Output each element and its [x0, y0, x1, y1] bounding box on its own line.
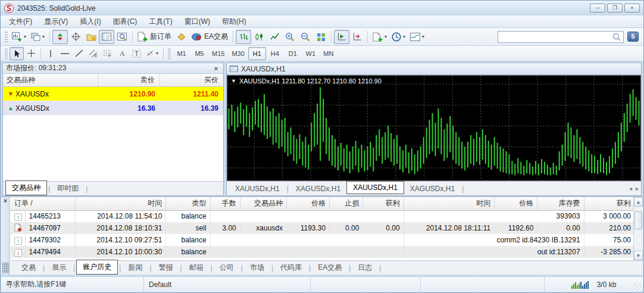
chart-tab[interactable]: XAUUSDx,H1	[346, 181, 404, 194]
close-icon[interactable]: ×	[4, 198, 7, 204]
timeframe-m15[interactable]: M15	[208, 47, 228, 60]
terminal-tab[interactable]: 邮箱	[183, 261, 210, 274]
line-chart-style-button[interactable]	[267, 30, 282, 44]
chart-canvas[interactable]: ▼ XAUUSDx,H1 1211.80 1212.70 1210.80 121…	[227, 75, 641, 181]
cursor-button[interactable]	[10, 47, 24, 60]
equidistant-channel-button[interactable]: E	[86, 47, 101, 60]
timeframe-h1[interactable]: H1	[248, 47, 266, 60]
chart-tab[interactable]: XAGUSDx,H1	[404, 183, 461, 194]
close-button[interactable]: ×	[624, 4, 640, 13]
column-header-0[interactable]: 订单 /	[11, 197, 75, 210]
terminal-tab[interactable]: EA交易	[312, 261, 348, 274]
menu-item[interactable]: 窗口(W)	[179, 15, 216, 28]
zoom-in-button[interactable]	[282, 30, 298, 44]
timeframe-m1[interactable]: M1	[173, 47, 190, 60]
navigator-button[interactable]	[83, 30, 99, 44]
menu-item[interactable]: 文件(F)	[3, 15, 38, 28]
market-watch-tab[interactable]: 即时图	[51, 182, 85, 195]
notification-badge[interactable]: 5	[627, 32, 639, 42]
terminal-tab[interactable]: 交易	[15, 261, 42, 274]
horizontal-line-button[interactable]	[58, 47, 72, 60]
terminal-tab[interactable]: 市场	[244, 261, 270, 274]
market-watch-row[interactable]: ▼XAUUSDx1210.901211.40	[3, 87, 223, 101]
column-header-10[interactable]: 库存费	[537, 197, 584, 210]
column-header-1[interactable]: 时间	[75, 197, 166, 210]
chart-shift-button[interactable]	[349, 30, 365, 44]
column-header-6[interactable]: 止损	[330, 197, 363, 210]
crosshair-mode-button[interactable]	[24, 47, 38, 60]
auto-scroll-button[interactable]	[334, 30, 349, 44]
text-label-button[interactable]: T	[129, 47, 143, 60]
table-row[interactable]: ↑144652132014.12.08 11:54:10balance39390…	[11, 210, 635, 222]
resize-grip[interactable]	[634, 283, 642, 291]
ea-trading-button[interactable]: EA交易	[189, 30, 230, 44]
terminal-tab[interactable]: 代码库	[274, 261, 308, 274]
strategy-tester-button[interactable]	[114, 30, 130, 44]
market-watch-tab[interactable]: 交易品种	[5, 180, 47, 195]
search-icon[interactable]	[612, 32, 621, 42]
profiles-button[interactable]: ▾	[29, 30, 47, 44]
timeframe-d1[interactable]: D1	[284, 47, 302, 60]
column-header-11[interactable]: 获利	[584, 197, 634, 210]
chart-tab[interactable]: XAUUSDx,H1	[229, 183, 286, 194]
menu-item[interactable]: 工具(T)	[143, 15, 178, 28]
terminal-tab[interactable]: 日志	[352, 261, 378, 274]
market-watch-toggle[interactable]	[52, 30, 68, 44]
candlestick-style-button[interactable]	[251, 30, 267, 44]
arrows-button[interactable]: ▾	[143, 47, 161, 60]
tab-scroll-left-icon[interactable]: ◂	[629, 185, 632, 192]
status-profile[interactable]: Default	[144, 277, 311, 292]
templates-button[interactable]: ▾	[408, 30, 427, 44]
menu-item[interactable]: 插入(I)	[74, 15, 107, 28]
terminal-tab[interactable]: 公司	[214, 261, 240, 274]
timeframe-m30[interactable]: M30	[228, 47, 248, 60]
terminal-tab[interactable]: 警报	[153, 261, 179, 274]
data-window-button[interactable]	[68, 30, 83, 44]
timeframe-h4[interactable]: H4	[266, 47, 284, 60]
toolbar-grip[interactable]	[168, 48, 171, 59]
column-header-3[interactable]: 手数	[210, 197, 240, 210]
column-header-9[interactable]: 价格	[495, 197, 537, 210]
table-row[interactable]: ↓144794942014.12.10 10:00:30balanceout i…	[11, 246, 635, 258]
timeframe-w1[interactable]: W1	[302, 47, 320, 60]
search-input[interactable]	[498, 32, 612, 42]
new-order-button[interactable]: 新订单	[135, 30, 174, 44]
toolbar-grip[interactable]	[5, 48, 8, 59]
fibonacci-button[interactable]: F	[101, 47, 115, 60]
menu-item[interactable]: 帮助(H)	[216, 15, 252, 28]
scrollbar-thumb[interactable]	[634, 211, 642, 229]
periods-button[interactable]: ▾	[389, 30, 408, 44]
table-row[interactable]: ↑144793022014.12.10 09:27:51balancecomm2…	[11, 234, 635, 246]
bar-chart-style-button[interactable]	[236, 30, 251, 44]
tab-scroll-right-icon[interactable]: ▸	[636, 185, 639, 192]
chart-tab[interactable]: XAGUSDx,H1	[290, 183, 346, 194]
zoom-out-button[interactable]	[298, 30, 313, 44]
column-header-7[interactable]: 获利	[363, 197, 404, 210]
scrollbar-track[interactable]	[634, 207, 643, 251]
timeframe-mn[interactable]: MN	[320, 47, 337, 60]
menu-item[interactable]: 显示(V)	[38, 15, 74, 28]
column-header-8[interactable]: 时间	[404, 197, 495, 210]
metaeditor-button[interactable]	[174, 30, 189, 44]
text-button[interactable]: A	[115, 47, 129, 60]
column-header-2[interactable]: 类型	[166, 197, 210, 210]
tile-windows-button[interactable]	[313, 30, 329, 44]
trendline-button[interactable]	[72, 47, 86, 60]
terminal-tab[interactable]: 账户历史	[76, 260, 118, 275]
scroll-up-button[interactable]: ▲	[634, 197, 643, 207]
table-row[interactable]: 144670972014.12.08 18:10:31sell3.00xauus…	[11, 222, 635, 234]
menu-item[interactable]: 图表(C)	[107, 15, 143, 28]
timeframe-m5[interactable]: M5	[190, 47, 208, 60]
column-header-4[interactable]: 交易品种	[240, 197, 286, 210]
terminal-tab[interactable]: 新闻	[122, 261, 148, 274]
new-chart-button[interactable]: ▾	[10, 30, 29, 44]
maximize-button[interactable]: ❐	[607, 4, 623, 13]
column-header-5[interactable]: 价格	[287, 197, 330, 210]
terminal-grip-icon[interactable]	[2, 263, 9, 273]
scroll-down-button[interactable]: ▼	[634, 251, 643, 260]
market-watch-row[interactable]: ▲XAGUSDx16.3616.39	[3, 101, 223, 116]
terminal-tab[interactable]: 展示	[46, 261, 72, 274]
minimize-button[interactable]: ─	[590, 4, 605, 13]
toolbar-grip[interactable]	[5, 32, 8, 42]
terminal-toggle[interactable]	[99, 30, 114, 44]
